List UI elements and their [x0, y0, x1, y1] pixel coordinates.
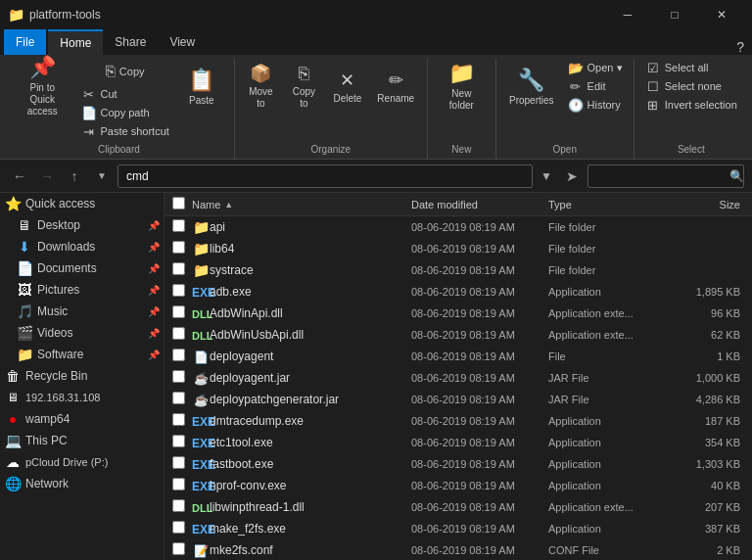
up-button[interactable]: ↑ [63, 164, 86, 188]
paste-button[interactable]: 📋 Paste [177, 59, 226, 114]
ribbon-group-clipboard: 📌 Pin to Quickaccess ⎘ Copy ✂ Cut 📄 Copy… [4, 59, 235, 159]
copyto-button[interactable]: ⎘ Copyto [284, 59, 323, 114]
col-header-type[interactable]: Type [548, 199, 676, 210]
sidebar-item-pictures[interactable]: 🖼 Pictures 📌 [0, 279, 164, 301]
address-input-container[interactable] [118, 164, 533, 188]
edit-button[interactable]: ✏ Edit [564, 77, 627, 95]
sidebar-item-videos[interactable]: 🎬 Videos 📌 [0, 322, 164, 344]
table-row[interactable]: EXE etc1tool.exe 08-06-2019 08:19 AM App… [164, 432, 752, 453]
rename-button[interactable]: ✏ Rename [371, 59, 420, 114]
sidebar-item-desktop[interactable]: 🖥 Desktop 📌 [0, 214, 164, 236]
table-row[interactable]: EXE fastboot.exe 08-06-2019 08:19 AM App… [164, 453, 752, 475]
row-check[interactable] [172, 219, 192, 235]
file-date: 08-06-2019 08:19 AM [411, 501, 548, 513]
new-folder-button[interactable]: 📁 Newfolder [435, 59, 488, 114]
row-check[interactable] [172, 305, 192, 321]
sidebar-item-software[interactable]: 📁 Software 📌 [0, 344, 164, 365]
close-button[interactable]: ✕ [699, 0, 744, 29]
select-all-button[interactable]: ☑ Select all [641, 59, 741, 76]
sidebar-item-recyclebin[interactable]: 🗑 Recycle Bin [0, 365, 164, 387]
address-bar: ← → ↑ ▼ ▼ ➤ 🔍 [0, 160, 752, 193]
table-row[interactable]: EXE make_f2fs.exe 08-06-2019 08:19 AM Ap… [164, 518, 752, 539]
table-row[interactable]: DLL AdbWinUsbApi.dll 08-06-2019 08:19 AM… [164, 324, 752, 346]
table-row[interactable]: DLL libwinpthread-1.dll 08-06-2019 08:19… [164, 496, 752, 518]
row-check[interactable] [172, 370, 192, 386]
check-all[interactable] [172, 197, 192, 212]
cut-button[interactable]: ✂ Cut [77, 85, 173, 103]
table-row[interactable]: ☕ deploypatchgenerator.jar 08-06-2019 08… [164, 389, 752, 410]
row-check[interactable] [172, 327, 192, 343]
table-row[interactable]: DLL AdbWinApi.dll 08-06-2019 08:19 AM Ap… [164, 303, 752, 324]
address-input[interactable] [126, 169, 524, 183]
table-row[interactable]: EXE adb.exe 08-06-2019 08:19 AM Applicat… [164, 281, 752, 303]
col-header-name[interactable]: Name ▲ [192, 199, 411, 210]
pin-icon: 📌 [29, 55, 56, 80]
properties-button[interactable]: 🔧 Properties [503, 59, 560, 114]
row-check[interactable] [172, 456, 192, 472]
open-button[interactable]: 📂 Open ▾ [564, 59, 627, 76]
sidebar-item-ip[interactable]: 🖥 192.168.31.108 [0, 387, 164, 408]
file-icon: 📄 [192, 349, 210, 364]
moveto-button[interactable]: 📦 Moveto [241, 59, 280, 114]
table-row[interactable]: 📁 lib64 08-06-2019 08:19 AM File folder [164, 238, 752, 259]
table-row[interactable]: 📝 mke2fs.conf 08-06-2019 08:19 AM CONF F… [164, 539, 752, 560]
pin-to-quickaccess-button[interactable]: 📌 Pin to Quickaccess [12, 59, 73, 114]
row-check[interactable] [172, 499, 192, 515]
search-input[interactable] [594, 170, 729, 182]
sidebar-item-quickaccess[interactable]: ⭐ Quick access [0, 193, 164, 214]
file-icon: EXE [192, 521, 210, 537]
table-row[interactable]: 📄 deployagent 08-06-2019 08:19 AM File 1… [164, 346, 752, 367]
row-check[interactable] [172, 478, 192, 493]
table-row[interactable]: EXE dmtracedump.exe 08-06-2019 08:19 AM … [164, 410, 752, 432]
address-dropdown-button[interactable]: ▼ [537, 169, 556, 183]
row-check[interactable] [172, 241, 192, 257]
copy-button[interactable]: ⎘ Copy [77, 59, 173, 84]
sidebar-item-documents[interactable]: 📄 Documents 📌 [0, 257, 164, 279]
table-row[interactable]: 📁 systrace 08-06-2019 08:19 AM File fold… [164, 259, 752, 281]
forward-button[interactable]: → [35, 164, 59, 188]
sidebar-item-network[interactable]: 🌐 Network [0, 473, 164, 494]
col-header-size[interactable]: Size [676, 199, 744, 210]
sidebar-item-thispc[interactable]: 💻 This PC [0, 430, 164, 451]
tab-home[interactable]: Home [48, 29, 103, 55]
sidebar-item-music[interactable]: 🎵 Music 📌 [0, 301, 164, 322]
table-row[interactable]: ☕ deployagent.jar 08-06-2019 08:19 AM JA… [164, 367, 752, 389]
col-header-date[interactable]: Date modified [411, 199, 548, 210]
file-name: etc1tool.exe [210, 436, 411, 449]
row-check[interactable] [172, 435, 192, 450]
file-icon: DLL [192, 499, 210, 515]
help-button[interactable]: ? [736, 39, 752, 55]
address-go-button[interactable]: ➤ [560, 164, 584, 188]
delete-button[interactable]: ✕ Delete [327, 59, 367, 114]
paste-shortcut-button[interactable]: ⇥ Paste shortcut [77, 122, 173, 140]
ribbon-tab-bar: File Home Share View ? [0, 29, 752, 55]
tab-file[interactable]: File [4, 29, 46, 55]
sidebar-item-wamp64[interactable]: ● wamp64 [0, 408, 164, 430]
copy-path-button[interactable]: 📄 Copy path [77, 104, 173, 121]
minimize-button[interactable]: ─ [605, 0, 650, 29]
file-size: 4,286 KB [676, 394, 744, 405]
back-button[interactable]: ← [8, 164, 31, 188]
table-row[interactable]: EXE hprof-conv.exe 08-06-2019 08:19 AM A… [164, 475, 752, 496]
row-check[interactable] [172, 284, 192, 300]
open-label: Open [553, 140, 577, 155]
history-button[interactable]: 🕐 History [564, 96, 627, 114]
tab-view[interactable]: View [158, 29, 207, 55]
select-none-button[interactable]: ☐ Select none [641, 77, 741, 95]
table-row[interactable]: 📁 api 08-06-2019 08:19 AM File folder [164, 216, 752, 238]
row-check[interactable] [172, 392, 192, 407]
row-check[interactable] [172, 542, 192, 558]
row-check[interactable] [172, 521, 192, 537]
file-date: 08-06-2019 08:19 AM [411, 544, 548, 556]
invert-selection-button[interactable]: ⊞ Invert selection [641, 96, 741, 114]
tab-share[interactable]: Share [103, 29, 158, 55]
search-icon: 🔍 [729, 169, 744, 183]
row-check[interactable] [172, 349, 192, 364]
search-box[interactable]: 🔍 [588, 164, 744, 188]
sidebar-item-downloads[interactable]: ⬇ Downloads 📌 [0, 236, 164, 257]
maximize-button[interactable]: □ [652, 0, 697, 29]
row-check[interactable] [172, 262, 192, 278]
recent-locations-button[interactable]: ▼ [90, 164, 114, 188]
sidebar-item-pcloud[interactable]: ☁ pCloud Drive (P:) [0, 451, 164, 473]
row-check[interactable] [172, 413, 192, 429]
